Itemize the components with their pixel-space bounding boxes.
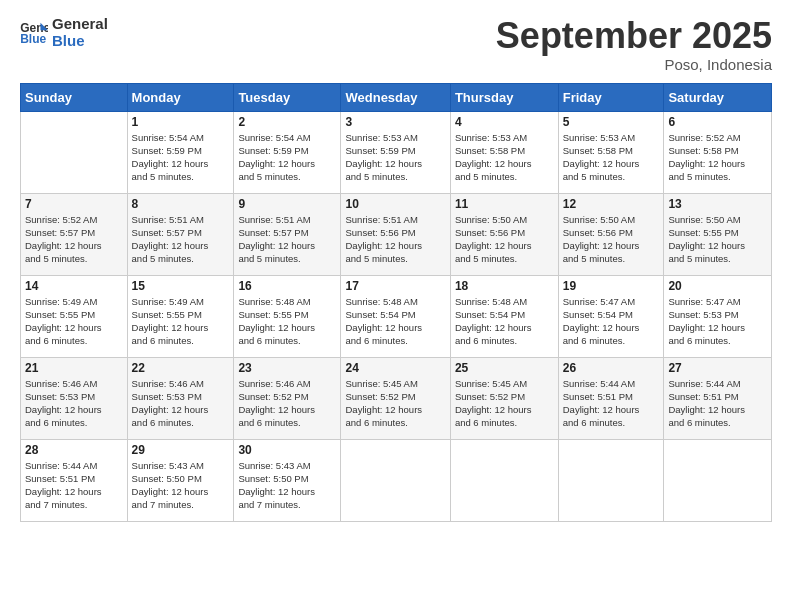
day-number: 28	[25, 443, 123, 457]
weekday-header-wednesday: Wednesday	[341, 83, 450, 111]
day-number: 13	[668, 197, 767, 211]
day-number: 10	[345, 197, 445, 211]
day-number: 7	[25, 197, 123, 211]
day-info: Sunrise: 5:43 AMSunset: 5:50 PMDaylight:…	[132, 459, 230, 512]
calendar-cell: 8Sunrise: 5:51 AMSunset: 5:57 PMDaylight…	[127, 193, 234, 275]
day-number: 24	[345, 361, 445, 375]
calendar-cell: 15Sunrise: 5:49 AMSunset: 5:55 PMDayligh…	[127, 275, 234, 357]
calendar-cell: 26Sunrise: 5:44 AMSunset: 5:51 PMDayligh…	[558, 357, 664, 439]
svg-text:Blue: Blue	[20, 32, 46, 45]
calendar-week-4: 21Sunrise: 5:46 AMSunset: 5:53 PMDayligh…	[21, 357, 772, 439]
logo-line2: Blue	[52, 33, 108, 50]
location: Poso, Indonesia	[496, 56, 772, 73]
day-info: Sunrise: 5:49 AMSunset: 5:55 PMDaylight:…	[25, 295, 123, 348]
calendar-cell: 5Sunrise: 5:53 AMSunset: 5:58 PMDaylight…	[558, 111, 664, 193]
weekday-header-row: SundayMondayTuesdayWednesdayThursdayFrid…	[21, 83, 772, 111]
calendar-cell: 29Sunrise: 5:43 AMSunset: 5:50 PMDayligh…	[127, 439, 234, 521]
day-info: Sunrise: 5:44 AMSunset: 5:51 PMDaylight:…	[25, 459, 123, 512]
calendar-cell	[21, 111, 128, 193]
calendar-week-1: 1Sunrise: 5:54 AMSunset: 5:59 PMDaylight…	[21, 111, 772, 193]
day-number: 15	[132, 279, 230, 293]
day-info: Sunrise: 5:53 AMSunset: 5:58 PMDaylight:…	[455, 131, 554, 184]
day-number: 2	[238, 115, 336, 129]
day-number: 18	[455, 279, 554, 293]
calendar-cell: 7Sunrise: 5:52 AMSunset: 5:57 PMDaylight…	[21, 193, 128, 275]
calendar-cell: 19Sunrise: 5:47 AMSunset: 5:54 PMDayligh…	[558, 275, 664, 357]
calendar-table: SundayMondayTuesdayWednesdayThursdayFrid…	[20, 83, 772, 522]
calendar-cell: 13Sunrise: 5:50 AMSunset: 5:55 PMDayligh…	[664, 193, 772, 275]
day-number: 23	[238, 361, 336, 375]
calendar-cell: 1Sunrise: 5:54 AMSunset: 5:59 PMDaylight…	[127, 111, 234, 193]
calendar-cell: 28Sunrise: 5:44 AMSunset: 5:51 PMDayligh…	[21, 439, 128, 521]
day-number: 1	[132, 115, 230, 129]
day-info: Sunrise: 5:46 AMSunset: 5:52 PMDaylight:…	[238, 377, 336, 430]
day-number: 20	[668, 279, 767, 293]
calendar-cell: 23Sunrise: 5:46 AMSunset: 5:52 PMDayligh…	[234, 357, 341, 439]
calendar-cell: 17Sunrise: 5:48 AMSunset: 5:54 PMDayligh…	[341, 275, 450, 357]
header: General Blue General Blue September 2025…	[20, 16, 772, 73]
calendar-cell: 22Sunrise: 5:46 AMSunset: 5:53 PMDayligh…	[127, 357, 234, 439]
calendar-cell: 18Sunrise: 5:48 AMSunset: 5:54 PMDayligh…	[450, 275, 558, 357]
calendar-cell: 6Sunrise: 5:52 AMSunset: 5:58 PMDaylight…	[664, 111, 772, 193]
day-info: Sunrise: 5:52 AMSunset: 5:57 PMDaylight:…	[25, 213, 123, 266]
day-info: Sunrise: 5:44 AMSunset: 5:51 PMDaylight:…	[668, 377, 767, 430]
calendar-week-3: 14Sunrise: 5:49 AMSunset: 5:55 PMDayligh…	[21, 275, 772, 357]
day-number: 22	[132, 361, 230, 375]
day-number: 3	[345, 115, 445, 129]
calendar-cell	[664, 439, 772, 521]
day-number: 30	[238, 443, 336, 457]
calendar-cell: 9Sunrise: 5:51 AMSunset: 5:57 PMDaylight…	[234, 193, 341, 275]
day-info: Sunrise: 5:52 AMSunset: 5:58 PMDaylight:…	[668, 131, 767, 184]
day-info: Sunrise: 5:46 AMSunset: 5:53 PMDaylight:…	[25, 377, 123, 430]
weekday-header-sunday: Sunday	[21, 83, 128, 111]
calendar-cell: 4Sunrise: 5:53 AMSunset: 5:58 PMDaylight…	[450, 111, 558, 193]
day-info: Sunrise: 5:53 AMSunset: 5:59 PMDaylight:…	[345, 131, 445, 184]
calendar-cell: 25Sunrise: 5:45 AMSunset: 5:52 PMDayligh…	[450, 357, 558, 439]
calendar-cell: 12Sunrise: 5:50 AMSunset: 5:56 PMDayligh…	[558, 193, 664, 275]
calendar-cell: 20Sunrise: 5:47 AMSunset: 5:53 PMDayligh…	[664, 275, 772, 357]
day-info: Sunrise: 5:48 AMSunset: 5:55 PMDaylight:…	[238, 295, 336, 348]
day-info: Sunrise: 5:45 AMSunset: 5:52 PMDaylight:…	[455, 377, 554, 430]
day-number: 19	[563, 279, 660, 293]
day-info: Sunrise: 5:54 AMSunset: 5:59 PMDaylight:…	[238, 131, 336, 184]
calendar-cell: 24Sunrise: 5:45 AMSunset: 5:52 PMDayligh…	[341, 357, 450, 439]
calendar-cell	[450, 439, 558, 521]
calendar-cell: 16Sunrise: 5:48 AMSunset: 5:55 PMDayligh…	[234, 275, 341, 357]
day-number: 4	[455, 115, 554, 129]
weekday-header-tuesday: Tuesday	[234, 83, 341, 111]
weekday-header-saturday: Saturday	[664, 83, 772, 111]
page-container: General Blue General Blue September 2025…	[0, 0, 792, 532]
day-info: Sunrise: 5:53 AMSunset: 5:58 PMDaylight:…	[563, 131, 660, 184]
calendar-cell	[558, 439, 664, 521]
day-number: 16	[238, 279, 336, 293]
day-number: 27	[668, 361, 767, 375]
day-info: Sunrise: 5:50 AMSunset: 5:56 PMDaylight:…	[455, 213, 554, 266]
day-number: 14	[25, 279, 123, 293]
day-number: 6	[668, 115, 767, 129]
logo: General Blue General Blue	[20, 16, 108, 49]
logo-line1: General	[52, 16, 108, 33]
day-info: Sunrise: 5:51 AMSunset: 5:56 PMDaylight:…	[345, 213, 445, 266]
day-info: Sunrise: 5:48 AMSunset: 5:54 PMDaylight:…	[455, 295, 554, 348]
day-info: Sunrise: 5:54 AMSunset: 5:59 PMDaylight:…	[132, 131, 230, 184]
day-info: Sunrise: 5:48 AMSunset: 5:54 PMDaylight:…	[345, 295, 445, 348]
title-block: September 2025 Poso, Indonesia	[496, 16, 772, 73]
day-info: Sunrise: 5:50 AMSunset: 5:55 PMDaylight:…	[668, 213, 767, 266]
calendar-week-5: 28Sunrise: 5:44 AMSunset: 5:51 PMDayligh…	[21, 439, 772, 521]
calendar-cell: 14Sunrise: 5:49 AMSunset: 5:55 PMDayligh…	[21, 275, 128, 357]
weekday-header-monday: Monday	[127, 83, 234, 111]
calendar-week-2: 7Sunrise: 5:52 AMSunset: 5:57 PMDaylight…	[21, 193, 772, 275]
day-number: 5	[563, 115, 660, 129]
day-info: Sunrise: 5:51 AMSunset: 5:57 PMDaylight:…	[132, 213, 230, 266]
day-info: Sunrise: 5:46 AMSunset: 5:53 PMDaylight:…	[132, 377, 230, 430]
calendar-cell: 11Sunrise: 5:50 AMSunset: 5:56 PMDayligh…	[450, 193, 558, 275]
calendar-body: 1Sunrise: 5:54 AMSunset: 5:59 PMDaylight…	[21, 111, 772, 521]
weekday-header-thursday: Thursday	[450, 83, 558, 111]
day-info: Sunrise: 5:50 AMSunset: 5:56 PMDaylight:…	[563, 213, 660, 266]
day-number: 26	[563, 361, 660, 375]
day-number: 12	[563, 197, 660, 211]
calendar-cell: 30Sunrise: 5:43 AMSunset: 5:50 PMDayligh…	[234, 439, 341, 521]
day-number: 11	[455, 197, 554, 211]
weekday-header-friday: Friday	[558, 83, 664, 111]
calendar-cell: 27Sunrise: 5:44 AMSunset: 5:51 PMDayligh…	[664, 357, 772, 439]
